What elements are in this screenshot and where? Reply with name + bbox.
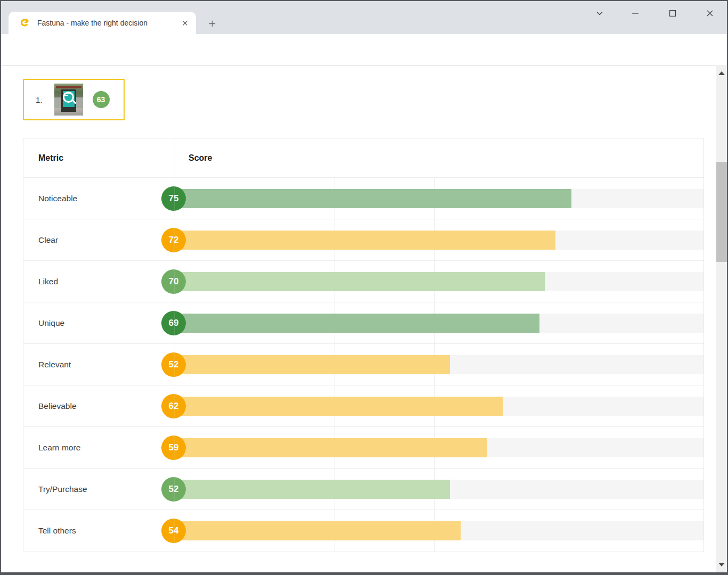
score-badge: 52 bbox=[161, 352, 186, 377]
score-bar bbox=[175, 231, 555, 250]
table-header-row: Metric Score bbox=[23, 138, 704, 178]
score-track bbox=[175, 272, 704, 291]
score-track bbox=[175, 480, 704, 499]
vertical-scrollbar[interactable] bbox=[716, 65, 727, 572]
score-bar bbox=[175, 272, 545, 291]
table-row: Clear 72 bbox=[23, 219, 704, 261]
score-bar bbox=[175, 189, 571, 208]
score-badge: 52 bbox=[161, 477, 186, 502]
table-row: Tell others 54 bbox=[23, 510, 704, 552]
score-track bbox=[175, 438, 704, 457]
score-track bbox=[175, 231, 704, 250]
table-row: Unique 69 bbox=[23, 302, 704, 344]
window-close-button[interactable] bbox=[704, 7, 716, 19]
metric-label: Clear bbox=[38, 235, 58, 245]
column-divider bbox=[175, 138, 175, 552]
window-maximize-button[interactable] bbox=[667, 7, 678, 19]
table-row: Noticeable 75 bbox=[23, 178, 704, 219]
score-bar bbox=[175, 521, 461, 540]
score-track bbox=[175, 189, 704, 208]
metric-column-header: Metric bbox=[23, 138, 175, 177]
tab-close-icon[interactable] bbox=[179, 17, 191, 29]
stimulus-card[interactable]: 1. 63 bbox=[23, 79, 125, 120]
table-row: Liked 70 bbox=[23, 261, 704, 302]
score-badge: 62 bbox=[161, 394, 186, 418]
metric-label: Tell others bbox=[38, 526, 76, 536]
scroll-up-arrow[interactable] bbox=[716, 68, 727, 78]
score-bar bbox=[175, 480, 450, 499]
table-row: Learn more 59 bbox=[23, 427, 704, 469]
metric-label: Believable bbox=[38, 401, 77, 411]
score-track bbox=[175, 314, 704, 333]
stimulus-index: 1. bbox=[36, 95, 43, 104]
overall-score-badge: 63 bbox=[93, 91, 110, 108]
table-row: Try/Purchase 52 bbox=[23, 469, 704, 510]
score-badge: 75 bbox=[161, 186, 186, 211]
tab-title: Fastuna - make the right decision bbox=[37, 19, 161, 27]
metric-label: Relevant bbox=[38, 360, 71, 369]
window-minimize-button[interactable] bbox=[629, 7, 641, 19]
metrics-table: Metric Score Noticeable 75 Clear 72 Like bbox=[23, 138, 704, 552]
score-track bbox=[175, 521, 704, 540]
metric-label: Learn more bbox=[38, 443, 80, 453]
scroll-down-arrow[interactable] bbox=[716, 559, 727, 570]
browser-window: Fastuna - make the right decision bbox=[0, 0, 728, 575]
score-track bbox=[175, 397, 704, 416]
score-badge: 54 bbox=[161, 519, 186, 543]
metric-label: Unique bbox=[38, 318, 64, 328]
table-row: Believable 62 bbox=[23, 385, 704, 427]
score-badge: 72 bbox=[161, 228, 186, 252]
score-track bbox=[175, 355, 704, 374]
score-badge: 70 bbox=[161, 269, 186, 294]
fastuna-favicon-icon bbox=[19, 17, 31, 29]
score-bar bbox=[175, 397, 503, 416]
thumbnail-roof bbox=[56, 86, 81, 88]
table-row: Relevant 52 bbox=[23, 344, 704, 385]
browser-toolbar: app.fastuna.com/report/djacSAVWP4 bbox=[1, 34, 727, 65]
metric-label: Try/Purchase bbox=[38, 484, 87, 494]
stimulus-thumbnail[interactable] bbox=[54, 84, 83, 116]
metric-label: Noticeable bbox=[38, 194, 77, 203]
tab-search-chevron-icon[interactable] bbox=[594, 7, 606, 19]
new-tab-button[interactable] bbox=[206, 17, 218, 30]
score-bar bbox=[175, 314, 539, 333]
scrollbar-thumb[interactable] bbox=[716, 162, 727, 262]
page-content: 1. 63 Metric Score Noticeable bbox=[1, 65, 727, 572]
score-column-header: Score bbox=[175, 138, 704, 177]
score-bar bbox=[175, 438, 487, 457]
tab-title-fade bbox=[156, 15, 174, 31]
metric-label: Liked bbox=[38, 277, 58, 286]
tab-strip: Fastuna - make the right decision bbox=[1, 1, 727, 34]
score-bar bbox=[175, 355, 450, 374]
metrics-table-body: Noticeable 75 Clear 72 Liked 70 bbox=[23, 178, 704, 552]
browser-tab[interactable]: Fastuna - make the right decision bbox=[9, 12, 196, 34]
score-badge: 59 bbox=[161, 436, 186, 460]
score-badge: 69 bbox=[161, 311, 186, 335]
